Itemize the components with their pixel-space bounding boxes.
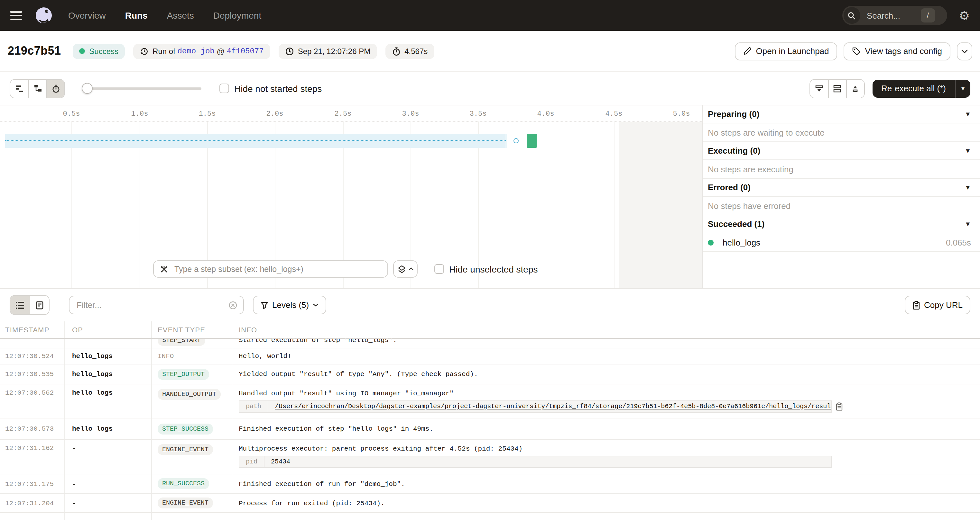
log-timestamp: 12:07:31.175 <box>0 480 64 488</box>
log-row-step-start[interactable]: STEP_START Started execution of step "he… <box>0 339 980 349</box>
axis-tick: 5.0s <box>667 110 695 117</box>
snapshot-id-link[interactable]: 4f105077 <box>226 47 264 55</box>
clear-filter-icon[interactable] <box>228 301 237 309</box>
axis-tick: 1.0s <box>126 110 154 117</box>
view-tags-config-button[interactable]: View tags and config <box>844 42 950 60</box>
metadata-key: pid <box>239 457 264 467</box>
succeeded-step-row[interactable]: hello_logs 0.065s <box>703 233 980 252</box>
log-rows-overflow <box>0 513 980 520</box>
log-op: hello_logs <box>64 370 151 378</box>
log-filter-field[interactable] <box>69 296 244 314</box>
panel-section-errored[interactable]: Errored (0)▼ <box>703 179 980 197</box>
log-row-step-success[interactable]: 12:07:30.573 hello_logs STEP_SUCCESS Fin… <box>0 419 980 440</box>
nav-item-overview[interactable]: Overview <box>68 10 106 21</box>
log-info-text: Multiprocess executor: parent process ex… <box>239 445 522 452</box>
job-name-link[interactable]: demo_job <box>177 47 214 55</box>
run-start-time: Sep 21, 12:07:26 PM <box>278 43 377 59</box>
chevron-up-icon <box>408 267 414 271</box>
pencil-icon <box>743 47 752 55</box>
axis-tick: 3.0s <box>396 110 425 117</box>
settings-gear-icon[interactable]: ⚙ <box>959 10 970 22</box>
event-type-badge: HANDLED_OUTPUT <box>158 389 221 400</box>
step-name: hello_logs <box>722 238 946 247</box>
step-subset-input[interactable] <box>173 264 382 274</box>
gantt-step-bar-hello-logs[interactable] <box>527 134 537 148</box>
reexecute-all-button[interactable]: Re-execute all (*) <box>872 79 955 97</box>
col-event-type: EVENT TYPE <box>151 326 232 334</box>
log-row-handled-output[interactable]: 12:07:30.562 hello_logs HANDLED_OUTPUT H… <box>0 384 980 419</box>
gantt-waiting-bar <box>5 134 506 148</box>
log-info-text: Finished execution of run for "demo_job"… <box>232 480 980 488</box>
flat-list-icon <box>15 84 24 93</box>
path-link[interactable]: /Users/erincochran/Desktop/dagster-examp… <box>275 403 831 410</box>
event-type-badge: STEP_OUTPUT <box>158 369 209 380</box>
log-row-step-output[interactable]: 12:07:30.535 hello_logs STEP_OUTPUT Yiel… <box>0 365 980 384</box>
gantt-waterfall-view-button[interactable] <box>28 79 46 97</box>
nav-item-runs[interactable]: Runs <box>125 10 148 21</box>
graph-query-toggle-button[interactable] <box>393 260 418 278</box>
step-subset-field[interactable] <box>153 260 388 278</box>
log-row-engine-event[interactable]: 12:07:31.162 - ENGINE_EVENT Multiprocess… <box>0 440 980 474</box>
step-duration: 0.065s <box>946 238 971 247</box>
gantt-gridline <box>546 122 546 288</box>
log-row-info[interactable]: 12:07:30.524 hello_logs INFO Hello, worl… <box>0 349 980 365</box>
search-input[interactable] <box>865 10 920 21</box>
gantt-view-mode-group <box>10 79 65 98</box>
hide-unselected-checkbox[interactable] <box>434 264 444 274</box>
dagster-logo-icon[interactable] <box>33 5 54 26</box>
collapse-bottom-panel-button[interactable] <box>810 79 828 97</box>
metadata-value: 25434 <box>264 457 831 467</box>
panel-section-succeeded[interactable]: Succeeded (1)▼ <box>703 215 980 233</box>
log-info-text: Hello, world! <box>232 352 980 360</box>
log-row-run-success[interactable]: 12:07:31.175 - RUN_SUCCESS Finished exec… <box>0 474 980 494</box>
copy-url-button[interactable]: Copy URL <box>905 296 970 314</box>
log-table: TIMESTAMP OP EVENT TYPE INFO STEP_START … <box>0 321 980 520</box>
gantt-toolbar: Hide not started steps Re-execute all (*… <box>0 72 980 105</box>
axis-tick: 4.5s <box>600 110 628 117</box>
expand-bottom-panel-button[interactable] <box>846 79 864 97</box>
axis-baseline <box>0 122 702 122</box>
panel-section-preparing[interactable]: Preparing (0)▼ <box>703 105 980 124</box>
split-panels-button[interactable] <box>828 79 846 97</box>
event-type-badge: ENGINE_EVENT <box>158 498 213 509</box>
run-gantt-section: 0.5s 1.0s 1.5s 2.0s 2.5s 3.0s 3.5s 4.0s … <box>0 105 980 289</box>
slider-thumb[interactable] <box>82 83 93 94</box>
log-timestamp: 12:07:30.535 <box>0 370 64 378</box>
hide-not-started-checkbox[interactable] <box>220 84 229 93</box>
reexecute-options-chevron[interactable]: ▾ <box>955 79 970 97</box>
search-shortcut-key: / <box>921 8 935 22</box>
run-status-badge: Success <box>72 43 125 59</box>
run-duration: 4.567s <box>385 43 434 59</box>
run-header: 219c7b51 Success Run of demo_job @ 4f105… <box>0 31 980 72</box>
copy-path-icon[interactable] <box>836 403 843 411</box>
panel-section-executing[interactable]: Executing (0)▼ <box>703 142 980 160</box>
search-icon <box>843 7 860 24</box>
hamburger-menu-icon[interactable] <box>10 11 22 20</box>
event-type-badge: STEP_START <box>158 339 205 346</box>
nav-item-assets[interactable]: Assets <box>167 10 194 21</box>
global-search[interactable]: / <box>842 6 947 25</box>
step-success-dot-icon <box>708 239 714 245</box>
log-info-text: Handled output "result" using IO manager… <box>239 390 453 397</box>
run-actions-chevron-button[interactable] <box>957 42 972 60</box>
open-in-launchpad-button[interactable]: Open in Launchpad <box>735 42 837 60</box>
section-caret-icon: ▼ <box>964 147 971 154</box>
gantt-timed-view-button[interactable] <box>46 79 64 97</box>
log-timestamp: 12:07:31.204 <box>0 499 64 507</box>
gantt-zoom-slider[interactable] <box>82 83 201 94</box>
gantt-flat-view-button[interactable] <box>10 79 28 97</box>
run-id-title: 219c7b51 <box>8 44 61 58</box>
log-view-mode-group <box>10 295 49 315</box>
log-table-header: TIMESTAMP OP EVENT TYPE INFO <box>0 321 980 339</box>
axis-tick: 2.0s <box>261 110 289 117</box>
axis-tick: 2.5s <box>329 110 357 117</box>
log-structured-view-button[interactable] <box>30 296 49 314</box>
log-row-engine-event[interactable]: 12:07:31.204 - ENGINE_EVENT Process for … <box>0 494 980 513</box>
log-levels-dropdown[interactable]: Levels (5) <box>253 296 326 314</box>
split-rows-icon <box>833 84 842 93</box>
log-filter-input[interactable] <box>75 300 228 311</box>
top-nav: Overview Runs Assets Deployment / ⚙ <box>0 0 980 31</box>
log-list-view-button[interactable] <box>10 296 30 314</box>
nav-item-deployment[interactable]: Deployment <box>213 10 261 21</box>
panel-collapse-group <box>809 79 864 98</box>
